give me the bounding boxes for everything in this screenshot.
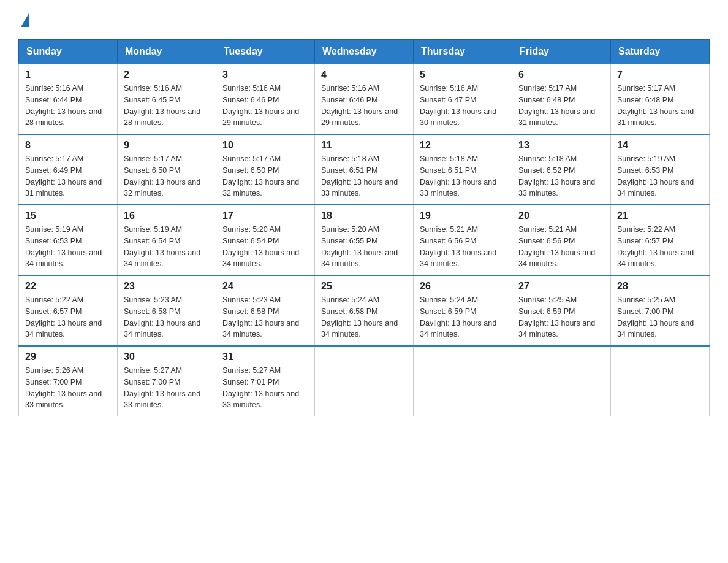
col-monday: Monday bbox=[118, 40, 216, 64]
day-info: Sunrise: 5:27 AM Sunset: 7:01 PM Dayligh… bbox=[222, 365, 308, 411]
day-number: 17 bbox=[222, 210, 308, 221]
calendar-cell: 6 Sunrise: 5:17 AM Sunset: 6:48 PM Dayli… bbox=[512, 64, 611, 134]
day-number: 31 bbox=[222, 351, 308, 362]
calendar-cell: 25 Sunrise: 5:24 AM Sunset: 6:58 PM Dayl… bbox=[315, 275, 414, 346]
calendar-cell: 28 Sunrise: 5:25 AM Sunset: 7:00 PM Dayl… bbox=[611, 275, 710, 346]
day-number: 28 bbox=[617, 281, 703, 292]
day-info: Sunrise: 5:18 AM Sunset: 6:51 PM Dayligh… bbox=[420, 153, 506, 199]
calendar-cell bbox=[611, 346, 710, 416]
col-tuesday: Tuesday bbox=[216, 40, 315, 64]
calendar-cell: 22 Sunrise: 5:22 AM Sunset: 6:57 PM Dayl… bbox=[19, 275, 118, 346]
day-number: 10 bbox=[222, 140, 308, 151]
col-sunday: Sunday bbox=[19, 40, 118, 64]
day-number: 29 bbox=[25, 351, 111, 362]
day-number: 13 bbox=[518, 140, 604, 151]
day-number: 25 bbox=[321, 281, 407, 292]
calendar-cell: 1 Sunrise: 5:16 AM Sunset: 6:44 PM Dayli… bbox=[19, 64, 118, 134]
day-info: Sunrise: 5:25 AM Sunset: 7:00 PM Dayligh… bbox=[617, 294, 703, 340]
day-number: 9 bbox=[124, 140, 210, 151]
day-number: 23 bbox=[124, 281, 210, 292]
col-saturday: Saturday bbox=[611, 40, 710, 64]
calendar-cell: 21 Sunrise: 5:22 AM Sunset: 6:57 PM Dayl… bbox=[611, 205, 710, 275]
col-thursday: Thursday bbox=[414, 40, 512, 64]
calendar-cell: 27 Sunrise: 5:25 AM Sunset: 6:59 PM Dayl… bbox=[512, 275, 611, 346]
day-info: Sunrise: 5:24 AM Sunset: 6:59 PM Dayligh… bbox=[420, 294, 506, 340]
calendar-cell: 5 Sunrise: 5:16 AM Sunset: 6:47 PM Dayli… bbox=[414, 64, 512, 134]
day-number: 24 bbox=[222, 281, 308, 292]
day-info: Sunrise: 5:27 AM Sunset: 7:00 PM Dayligh… bbox=[124, 365, 210, 411]
day-info: Sunrise: 5:20 AM Sunset: 6:55 PM Dayligh… bbox=[321, 224, 407, 270]
day-number: 18 bbox=[321, 210, 407, 221]
day-number: 20 bbox=[518, 210, 604, 221]
day-number: 8 bbox=[25, 140, 111, 151]
day-info: Sunrise: 5:22 AM Sunset: 6:57 PM Dayligh… bbox=[617, 224, 703, 270]
week-row-1: 1 Sunrise: 5:16 AM Sunset: 6:44 PM Dayli… bbox=[19, 64, 710, 134]
calendar-cell bbox=[414, 346, 512, 416]
day-info: Sunrise: 5:17 AM Sunset: 6:50 PM Dayligh… bbox=[124, 153, 210, 199]
page-header bbox=[18, 12, 710, 27]
day-number: 16 bbox=[124, 210, 210, 221]
day-number: 3 bbox=[222, 69, 308, 80]
day-info: Sunrise: 5:21 AM Sunset: 6:56 PM Dayligh… bbox=[518, 224, 604, 270]
calendar-cell: 10 Sunrise: 5:17 AM Sunset: 6:50 PM Dayl… bbox=[216, 134, 315, 205]
day-info: Sunrise: 5:24 AM Sunset: 6:58 PM Dayligh… bbox=[321, 294, 407, 340]
calendar-cell: 2 Sunrise: 5:16 AM Sunset: 6:45 PM Dayli… bbox=[118, 64, 216, 134]
day-number: 26 bbox=[420, 281, 506, 292]
day-info: Sunrise: 5:16 AM Sunset: 6:44 PM Dayligh… bbox=[25, 83, 111, 129]
day-info: Sunrise: 5:16 AM Sunset: 6:47 PM Dayligh… bbox=[420, 83, 506, 129]
day-info: Sunrise: 5:17 AM Sunset: 6:48 PM Dayligh… bbox=[617, 83, 703, 129]
calendar-cell: 12 Sunrise: 5:18 AM Sunset: 6:51 PM Dayl… bbox=[414, 134, 512, 205]
week-row-3: 15 Sunrise: 5:19 AM Sunset: 6:53 PM Dayl… bbox=[19, 205, 710, 275]
day-number: 1 bbox=[25, 69, 111, 80]
calendar-header-row: Sunday Monday Tuesday Wednesday Thursday… bbox=[19, 40, 710, 64]
day-info: Sunrise: 5:23 AM Sunset: 6:58 PM Dayligh… bbox=[124, 294, 210, 340]
day-info: Sunrise: 5:19 AM Sunset: 6:54 PM Dayligh… bbox=[124, 224, 210, 270]
day-number: 19 bbox=[420, 210, 506, 221]
day-number: 7 bbox=[617, 69, 703, 80]
calendar-cell: 26 Sunrise: 5:24 AM Sunset: 6:59 PM Dayl… bbox=[414, 275, 512, 346]
day-info: Sunrise: 5:18 AM Sunset: 6:52 PM Dayligh… bbox=[518, 153, 604, 199]
calendar-cell: 11 Sunrise: 5:18 AM Sunset: 6:51 PM Dayl… bbox=[315, 134, 414, 205]
col-wednesday: Wednesday bbox=[315, 40, 414, 64]
calendar-cell: 15 Sunrise: 5:19 AM Sunset: 6:53 PM Dayl… bbox=[19, 205, 118, 275]
day-number: 30 bbox=[124, 351, 210, 362]
calendar-cell: 19 Sunrise: 5:21 AM Sunset: 6:56 PM Dayl… bbox=[414, 205, 512, 275]
day-info: Sunrise: 5:19 AM Sunset: 6:53 PM Dayligh… bbox=[25, 224, 111, 270]
week-row-2: 8 Sunrise: 5:17 AM Sunset: 6:49 PM Dayli… bbox=[19, 134, 710, 205]
day-info: Sunrise: 5:17 AM Sunset: 6:49 PM Dayligh… bbox=[25, 153, 111, 199]
logo bbox=[18, 12, 29, 27]
day-info: Sunrise: 5:22 AM Sunset: 6:57 PM Dayligh… bbox=[25, 294, 111, 340]
day-info: Sunrise: 5:17 AM Sunset: 6:50 PM Dayligh… bbox=[222, 153, 308, 199]
day-info: Sunrise: 5:20 AM Sunset: 6:54 PM Dayligh… bbox=[222, 224, 308, 270]
day-info: Sunrise: 5:16 AM Sunset: 6:45 PM Dayligh… bbox=[124, 83, 210, 129]
calendar-cell: 20 Sunrise: 5:21 AM Sunset: 6:56 PM Dayl… bbox=[512, 205, 611, 275]
day-number: 2 bbox=[124, 69, 210, 80]
calendar-cell: 8 Sunrise: 5:17 AM Sunset: 6:49 PM Dayli… bbox=[19, 134, 118, 205]
day-info: Sunrise: 5:16 AM Sunset: 6:46 PM Dayligh… bbox=[222, 83, 308, 129]
day-number: 14 bbox=[617, 140, 703, 151]
calendar-cell: 14 Sunrise: 5:19 AM Sunset: 6:53 PM Dayl… bbox=[611, 134, 710, 205]
day-number: 22 bbox=[25, 281, 111, 292]
day-info: Sunrise: 5:26 AM Sunset: 7:00 PM Dayligh… bbox=[25, 365, 111, 411]
day-info: Sunrise: 5:25 AM Sunset: 6:59 PM Dayligh… bbox=[518, 294, 604, 340]
week-row-5: 29 Sunrise: 5:26 AM Sunset: 7:00 PM Dayl… bbox=[19, 346, 710, 416]
calendar-cell: 23 Sunrise: 5:23 AM Sunset: 6:58 PM Dayl… bbox=[118, 275, 216, 346]
week-row-4: 22 Sunrise: 5:22 AM Sunset: 6:57 PM Dayl… bbox=[19, 275, 710, 346]
day-number: 21 bbox=[617, 210, 703, 221]
calendar-cell: 3 Sunrise: 5:16 AM Sunset: 6:46 PM Dayli… bbox=[216, 64, 315, 134]
day-number: 4 bbox=[321, 69, 407, 80]
calendar-cell: 24 Sunrise: 5:23 AM Sunset: 6:58 PM Dayl… bbox=[216, 275, 315, 346]
day-info: Sunrise: 5:23 AM Sunset: 6:58 PM Dayligh… bbox=[222, 294, 308, 340]
day-info: Sunrise: 5:17 AM Sunset: 6:48 PM Dayligh… bbox=[518, 83, 604, 129]
logo-triangle-icon bbox=[21, 13, 29, 27]
calendar-cell: 29 Sunrise: 5:26 AM Sunset: 7:00 PM Dayl… bbox=[19, 346, 118, 416]
calendar-cell: 17 Sunrise: 5:20 AM Sunset: 6:54 PM Dayl… bbox=[216, 205, 315, 275]
day-number: 15 bbox=[25, 210, 111, 221]
calendar-cell: 16 Sunrise: 5:19 AM Sunset: 6:54 PM Dayl… bbox=[118, 205, 216, 275]
calendar-cell: 13 Sunrise: 5:18 AM Sunset: 6:52 PM Dayl… bbox=[512, 134, 611, 205]
day-info: Sunrise: 5:18 AM Sunset: 6:51 PM Dayligh… bbox=[321, 153, 407, 199]
calendar-cell: 4 Sunrise: 5:16 AM Sunset: 6:46 PM Dayli… bbox=[315, 64, 414, 134]
calendar-cell bbox=[315, 346, 414, 416]
day-info: Sunrise: 5:16 AM Sunset: 6:46 PM Dayligh… bbox=[321, 83, 407, 129]
calendar-cell bbox=[512, 346, 611, 416]
